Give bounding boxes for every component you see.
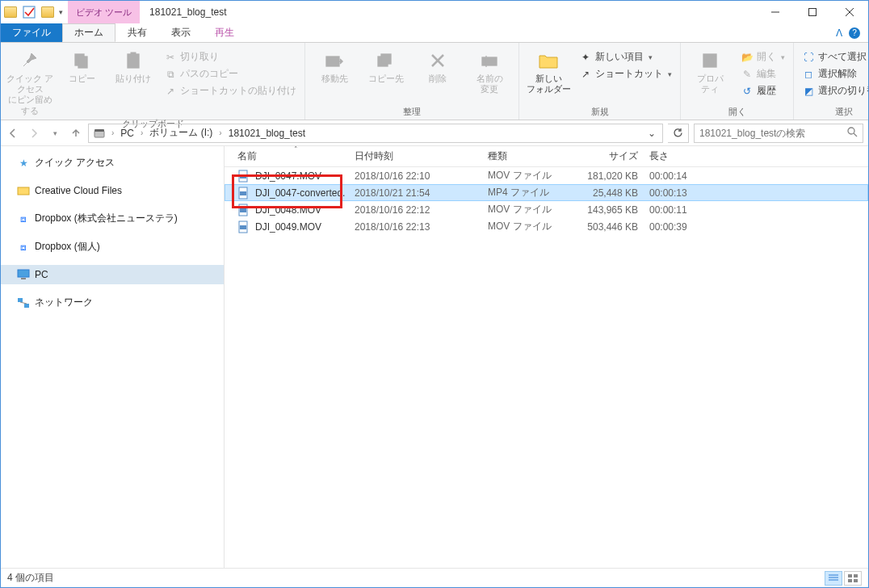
pin-to-quick-access-button[interactable]: クイック アクセスにピン留めする (6, 46, 54, 116)
delete-button[interactable]: 削除 (414, 46, 462, 84)
file-length: 00:00:39 (649, 221, 722, 233)
svg-rect-2 (809, 9, 817, 16)
nav-network[interactable]: ネットワーク (1, 292, 224, 313)
address-dropdown-icon[interactable]: ⌄ (643, 128, 661, 139)
up-button[interactable] (69, 126, 83, 141)
svg-rect-38 (848, 574, 852, 578)
dropbox-icon: ⧈ (17, 241, 30, 254)
svg-rect-21 (18, 187, 29, 195)
open-icon: 📂 (741, 51, 754, 64)
select-all-button[interactable]: ⛶すべて選択 (799, 49, 869, 65)
file-row[interactable]: DJI_0049.MOV 2018/10/16 22:13 MOV ファイル 5… (225, 218, 868, 235)
move-to-button[interactable]: 移動先 (310, 46, 359, 84)
file-row[interactable]: DJI_0047.MOV 2018/10/16 22:10 MOV ファイル 1… (225, 167, 868, 184)
copy-to-button[interactable]: コピー先 (362, 46, 410, 84)
search-icon[interactable] (847, 127, 858, 140)
file-row[interactable]: DJI_0047-converted. 2018/10/21 21:54 MP4… (225, 184, 868, 201)
qat-new-folder-icon[interactable] (41, 6, 54, 18)
svg-rect-11 (381, 54, 391, 64)
view-large-icons-button[interactable] (844, 571, 862, 586)
breadcrumb-root-icon[interactable] (90, 128, 108, 139)
column-size[interactable]: サイズ (577, 149, 649, 163)
column-length[interactable]: 長さ (649, 149, 722, 163)
group-label-open: 開く (686, 104, 788, 120)
back-button[interactable] (6, 126, 20, 141)
copy-path-button[interactable]: ⧉パスのコピー (161, 66, 300, 82)
new-item-button[interactable]: ✦新しい項目▾ (576, 49, 675, 65)
nav-pc[interactable]: PC (1, 265, 224, 284)
svg-rect-40 (848, 579, 852, 582)
dropbox-icon: ⧈ (17, 212, 30, 225)
select-none-icon: ◻ (802, 68, 815, 81)
chevron-right-icon[interactable]: › (110, 128, 115, 137)
nav-quick-access[interactable]: ★クイック アクセス (1, 153, 224, 173)
help-icon[interactable]: ? (849, 27, 860, 39)
address-bar[interactable]: › PC › ボリューム (I:) › 181021_blog_test ⌄ (88, 124, 663, 143)
ribbon: クイック アクセスにピン留めする コピー 貼り付け ✂切り取り ⧉パスのコピー … (1, 43, 868, 120)
properties-button[interactable]: プロパティ (686, 46, 734, 94)
tab-view[interactable]: 表示 (159, 23, 203, 42)
forward-button[interactable] (27, 126, 41, 141)
recent-locations-button[interactable]: ▾ (48, 126, 62, 141)
search-input[interactable] (699, 128, 847, 139)
chevron-right-icon[interactable]: › (139, 128, 145, 137)
file-date: 2018/10/16 22:13 (355, 221, 488, 233)
file-row[interactable]: DJI_0048.MOV 2018/10/16 22:12 MOV ファイル 1… (225, 201, 868, 218)
paste-shortcut-button[interactable]: ↗ショートカットの貼り付け (161, 83, 300, 99)
edit-button[interactable]: ✎編集 (737, 66, 788, 82)
main-area: ★クイック アクセス Creative Cloud Files ⧈Dropbox… (1, 146, 868, 568)
pc-icon (17, 268, 30, 281)
maximize-button[interactable] (794, 1, 831, 23)
copy-button[interactable]: コピー (57, 46, 106, 84)
refresh-button[interactable] (668, 124, 689, 143)
tab-file[interactable]: ファイル (1, 23, 62, 42)
search-box[interactable] (694, 124, 863, 143)
ribbon-collapse-icon[interactable]: ᐱ (836, 27, 842, 39)
history-icon: ↺ (741, 85, 754, 98)
column-name[interactable]: ˄名前 (237, 149, 355, 163)
minimize-button[interactable] (757, 1, 794, 23)
view-details-button[interactable] (825, 571, 842, 586)
nav-dropbox-personal[interactable]: ⧈Dropbox (個人) (1, 237, 224, 257)
navigation-pane: ★クイック アクセス Creative Cloud Files ⧈Dropbox… (1, 146, 225, 568)
qat-overflow-icon[interactable]: ▾ (57, 8, 65, 16)
svg-rect-39 (854, 574, 858, 578)
file-length: 00:00:11 (649, 204, 722, 216)
edit-icon: ✎ (741, 68, 754, 81)
column-date[interactable]: 日付時刻 (355, 149, 488, 163)
select-none-button[interactable]: ◻選択解除 (799, 66, 869, 82)
file-list: DJI_0047.MOV 2018/10/16 22:10 MOV ファイル 1… (225, 167, 868, 568)
nav-dropbox-corp[interactable]: ⧈Dropbox (株式会社ニューステラ) (1, 208, 224, 229)
file-date: 2018/10/16 22:10 (355, 170, 488, 182)
copy-icon (70, 49, 93, 72)
qat-properties-icon[interactable] (20, 5, 38, 19)
new-item-icon: ✦ (579, 51, 592, 64)
svg-rect-32 (240, 208, 246, 212)
invert-selection-button[interactable]: ◩選択の切り替え (799, 83, 869, 99)
delete-label: 削除 (429, 74, 447, 84)
properties-icon (699, 49, 721, 72)
file-length: 00:00:14 (649, 170, 722, 182)
svg-rect-34 (240, 225, 246, 229)
history-button[interactable]: ↺履歴 (737, 83, 788, 99)
breadcrumb-folder[interactable]: 181021_blog_test (225, 128, 309, 139)
chevron-right-icon[interactable]: › (217, 128, 223, 137)
close-button[interactable] (831, 1, 868, 23)
breadcrumb-volume[interactable]: ボリューム (I:) (146, 126, 216, 140)
cut-button[interactable]: ✂切り取り (161, 49, 300, 65)
open-button[interactable]: 📂開く▾ (737, 49, 788, 65)
column-type[interactable]: 種類 (488, 149, 577, 163)
rename-button[interactable]: 名前の変更 (465, 46, 514, 94)
breadcrumb-pc[interactable]: PC (117, 128, 137, 139)
svg-line-20 (854, 133, 857, 136)
tab-share[interactable]: 共有 (115, 23, 159, 42)
tab-home[interactable]: ホーム (62, 23, 115, 42)
shortcut-button[interactable]: ↗ショートカット▾ (576, 66, 675, 82)
shortcut-icon: ↗ (164, 85, 177, 98)
svg-rect-6 (78, 57, 87, 68)
nav-creative-cloud[interactable]: Creative Cloud Files (1, 181, 224, 200)
paste-button[interactable]: 貼り付け (109, 46, 157, 84)
new-folder-button[interactable]: 新しいフォルダー (524, 46, 573, 94)
tab-play[interactable]: 再生 (203, 23, 246, 42)
title-bar: ▾ ビデオ ツール 181021_blog_test (1, 1, 868, 23)
